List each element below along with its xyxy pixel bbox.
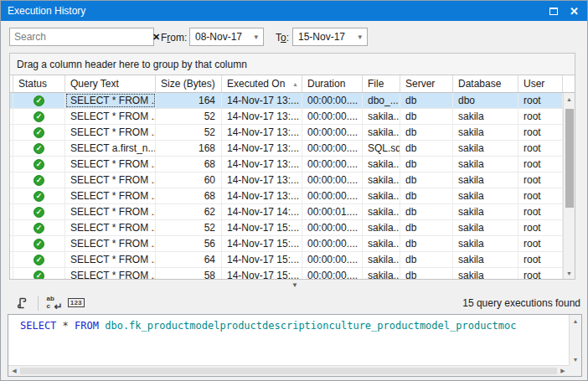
column-header-query-text[interactable]: Query Text <box>65 75 156 92</box>
column-header-duration[interactable]: Duration <box>302 75 363 92</box>
from-label: From: <box>161 32 187 44</box>
column-header-label: File <box>368 78 384 90</box>
column-header-server[interactable]: Server <box>400 75 453 92</box>
success-icon: ✓ <box>34 255 44 265</box>
cell-duration: 00:00:00.... <box>302 172 363 188</box>
cell-server: db <box>400 172 453 188</box>
result-count: 15 query executions found <box>462 297 588 309</box>
line-numbers-icon: 123 <box>68 298 85 308</box>
table-row[interactable]: ✓SELECT * FROM ...6814-Nov-17 13:...00:0… <box>10 157 563 172</box>
column-header-label: Server <box>405 78 435 90</box>
cell-user: root <box>518 172 563 188</box>
cell-duration: 00:00:00.... <box>302 157 363 172</box>
header-filler <box>563 75 575 92</box>
column-header-file[interactable]: File <box>363 75 400 92</box>
cell-duration: 00:00:01.... <box>302 204 363 219</box>
cell-status: ✓ <box>13 236 65 251</box>
close-icon[interactable]: ✕ <box>570 6 579 17</box>
cell-size: 52 <box>156 220 222 235</box>
grid-header: StatusQuery TextSize (Bytes)Executed On▲… <box>10 75 575 93</box>
success-icon: ✓ <box>34 175 44 186</box>
scroll-down-icon[interactable]: ▼ <box>564 267 575 279</box>
cell-server: db <box>400 125 453 140</box>
line-numbers-button[interactable]: 123 <box>65 294 87 312</box>
dropdown-arrow-icon[interactable]: ▾ <box>353 33 367 41</box>
sql-hscrollbar[interactable]: ◀ ▶ <box>8 365 569 376</box>
dropdown-arrow-icon[interactable]: ▾ <box>249 33 263 41</box>
column-header-label: Database <box>458 78 501 90</box>
column-header-label: Duration <box>307 78 345 90</box>
cell-database: sakila <box>453 204 518 219</box>
cell-duration: 00:00:00.... <box>302 141 363 156</box>
success-icon: ✓ <box>34 239 44 250</box>
column-header-executed-on[interactable]: Executed On▲ <box>222 75 302 92</box>
table-row[interactable]: ✓SELECT * FROM ...16414-Nov-17 13:...00:… <box>10 93 563 109</box>
panel-splitter[interactable]: ▼ <box>1 280 588 291</box>
maximize-icon[interactable] <box>549 8 558 15</box>
cell-user: root <box>518 125 563 140</box>
cell-size: 52 <box>156 109 222 124</box>
table-row[interactable]: ✓SELECT * FROM ...6214-Nov-17 14:...00:0… <box>10 204 563 220</box>
cell-status: ✓ <box>13 252 65 267</box>
cell-size: 168 <box>156 141 222 156</box>
cell-executed: 14-Nov-17 15:... <box>222 268 302 279</box>
scrollbar-thumb[interactable] <box>20 368 557 374</box>
table-row[interactable]: ✓SELECT * FROM ...6014-Nov-17 13:...00:0… <box>10 172 563 188</box>
splitter-collapse-icon[interactable]: ▼ <box>291 282 298 289</box>
cell-executed: 14-Nov-17 15:... <box>222 220 302 235</box>
cell-size: 68 <box>156 188 222 203</box>
column-header-label: Executed On <box>227 78 285 90</box>
sql-script-icon <box>15 296 28 310</box>
cell-status: ✓ <box>13 204 65 219</box>
cell-executed: 14-Nov-17 15:... <box>222 252 302 267</box>
success-icon: ✓ <box>34 270 44 280</box>
column-header-user[interactable]: User <box>518 75 563 92</box>
table-row[interactable]: ✓SELECT * FROM ...5614-Nov-17 15:...00:0… <box>10 236 563 252</box>
scroll-left-icon[interactable]: ◀ <box>8 366 20 376</box>
cell-server: db <box>400 109 453 124</box>
success-icon: ✓ <box>34 95 44 106</box>
group-by-panel[interactable]: Drag a column header here to group by th… <box>10 54 575 75</box>
scroll-right-icon[interactable]: ▶ <box>557 366 569 376</box>
sql-token-identifier: dbo.fk_productmodelproductdescriptioncul… <box>105 320 516 332</box>
table-row[interactable]: ✓SELECT * FROM ...5214-Nov-17 13:...00:0… <box>10 125 563 141</box>
cell-database: sakila <box>453 141 518 156</box>
table-row[interactable]: ✓SELECT * FROM ...6814-Nov-17 13:...00:0… <box>10 188 563 204</box>
cell-database: sakila <box>453 220 518 235</box>
scrollbar-thumb[interactable] <box>565 109 574 208</box>
cell-duration: 00:00:00.... <box>302 252 363 267</box>
sql-vscrollbar[interactable]: ▲ ▼ <box>569 315 581 365</box>
column-header-label: Size (Bytes) <box>161 78 215 90</box>
table-row[interactable]: ✓SELECT * FROM ...5214-Nov-17 15:...00:0… <box>10 220 563 236</box>
search-input[interactable] <box>10 31 147 43</box>
table-row[interactable]: ✓SELECT * FROM ...6414-Nov-17 15:...00:0… <box>10 252 563 268</box>
cell-duration: 00:00:00.... <box>302 236 363 251</box>
scroll-up-icon[interactable]: ▲ <box>564 93 575 105</box>
grid-rows: ✓SELECT * FROM ...16414-Nov-17 13:...00:… <box>10 93 563 279</box>
scroll-up-icon[interactable]: ▲ <box>570 315 581 327</box>
scroll-down-icon[interactable]: ▼ <box>570 353 581 365</box>
cell-user: root <box>518 93 563 108</box>
table-row[interactable]: ✓SELECT a.first_n...16814-Nov-17 13:...0… <box>10 141 563 157</box>
cell-file: dbo_... <box>363 93 400 108</box>
column-header-status[interactable]: Status <box>13 75 65 92</box>
column-header-size-bytes[interactable]: Size (Bytes) <box>156 75 222 92</box>
grid-vscrollbar[interactable]: ▲ ▼ <box>563 93 575 279</box>
sql-script-button[interactable] <box>11 294 33 312</box>
column-header-label: User <box>524 78 544 90</box>
table-row[interactable]: ✓SELECT * FROM ...5814-Nov-17 15:...00:0… <box>10 268 563 279</box>
table-row[interactable]: ✓SELECT * FROM ...5214-Nov-17 13:...00:0… <box>10 109 563 125</box>
success-icon: ✓ <box>34 207 44 218</box>
word-wrap-button[interactable]: ab c ↵ <box>44 294 65 312</box>
column-header-database[interactable]: Database <box>453 75 518 92</box>
cell-database: dbo <box>453 93 518 108</box>
titlebar: Execution History ✕ <box>1 1 587 21</box>
cell-query: SELECT * FROM ... <box>65 204 156 219</box>
cell-user: root <box>518 188 563 203</box>
to-date-dropdown[interactable]: 15-Nov-17 ▾ <box>292 28 368 46</box>
sql-code[interactable]: SELECT * FROM dbo.fk_productmodelproduct… <box>20 320 565 332</box>
cell-executed: 14-Nov-17 13:... <box>222 141 302 156</box>
from-date-dropdown[interactable]: 08-Nov-17 ▾ <box>189 28 264 46</box>
cell-database: sakila <box>453 157 518 172</box>
sql-token-plain <box>69 320 75 332</box>
